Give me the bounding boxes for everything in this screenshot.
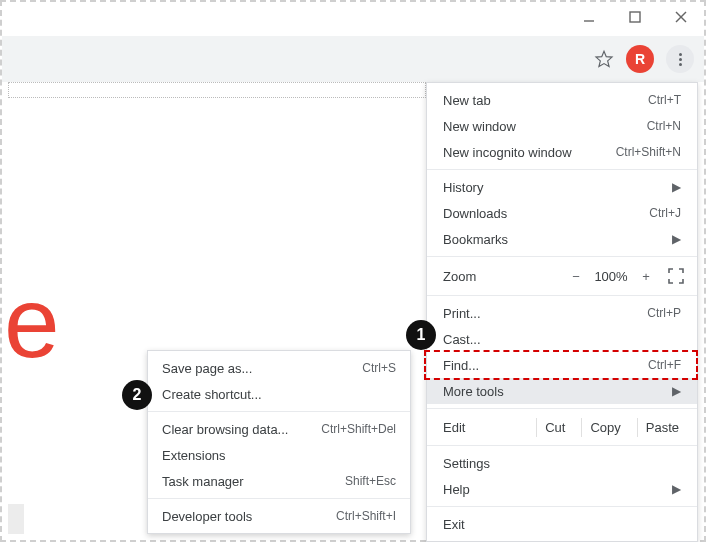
menu-item-label: New incognito window [443,145,616,160]
menu-new-incognito[interactable]: New incognito window Ctrl+Shift+N [427,139,697,165]
menu-item-label: Help [443,482,668,497]
avatar-letter: R [635,51,645,67]
menu-separator [148,498,410,499]
menu-separator [427,169,697,170]
submenu-extensions[interactable]: Extensions [148,442,410,468]
close-icon [674,10,688,24]
zoom-value: 100% [589,269,633,284]
edit-copy-button[interactable]: Copy [581,418,628,437]
kebab-dot-icon [679,53,682,56]
menu-item-shortcut: Ctrl+N [647,119,681,133]
chrome-main-menu: New tab Ctrl+T New window Ctrl+N New inc… [426,82,698,542]
submenu-arrow-icon: ▶ [672,482,681,496]
menu-bookmarks[interactable]: Bookmarks ▶ [427,226,697,252]
window-controls [580,8,690,26]
menu-item-shortcut: Shift+Esc [345,474,396,488]
browser-toolbar: R [2,36,704,82]
menu-item-shortcut: Ctrl+P [647,306,681,320]
menu-help[interactable]: Help ▶ [427,476,697,502]
submenu-clear-browsing-data[interactable]: Clear browsing data... Ctrl+Shift+Del [148,416,410,442]
menu-item-label: New window [443,119,647,134]
menu-item-label: Print... [443,306,647,321]
menu-item-shortcut: Ctrl+S [362,361,396,375]
fullscreen-button[interactable] [665,267,687,285]
menu-edit-row: Edit Cut Copy Paste [427,413,697,441]
menu-new-tab[interactable]: New tab Ctrl+T [427,87,697,113]
submenu-arrow-icon: ▶ [672,232,681,246]
annotation-badge-1: 1 [406,320,436,350]
zoom-out-button[interactable]: − [563,269,589,284]
minimize-button[interactable] [580,8,598,26]
kebab-dot-icon [679,58,682,61]
menu-item-label: Cast... [443,332,681,347]
submenu-arrow-icon: ▶ [672,180,681,194]
menu-item-label: History [443,180,668,195]
menu-settings[interactable]: Settings [427,450,697,476]
minimize-icon [582,10,596,24]
menu-item-shortcut: Ctrl+Shift+Del [321,422,396,436]
menu-item-shortcut: Ctrl+T [648,93,681,107]
profile-avatar[interactable]: R [626,45,654,73]
menu-item-label: Developer tools [162,509,336,524]
menu-exit[interactable]: Exit [427,511,697,537]
menu-item-shortcut: Ctrl+J [649,206,681,220]
menu-item-shortcut: Ctrl+F [648,358,681,372]
window-titlebar [2,2,704,36]
fullscreen-icon [668,268,684,284]
svg-rect-1 [630,12,640,22]
menu-item-label: Find... [443,358,648,373]
zoom-in-button[interactable]: + [633,269,659,284]
menu-item-label: Settings [443,456,681,471]
maximize-button[interactable] [626,8,644,26]
menu-item-shortcut: Ctrl+Shift+N [616,145,681,159]
annotation-badge-2: 2 [122,380,152,410]
logo-fragment: e [4,272,60,372]
menu-item-label: Bookmarks [443,232,668,247]
menu-item-label: New tab [443,93,648,108]
menu-item-label: Clear browsing data... [162,422,321,437]
edit-paste-button[interactable]: Paste [637,418,687,437]
menu-item-label: More tools [443,384,668,399]
menu-separator [427,295,697,296]
edit-cut-button[interactable]: Cut [536,418,573,437]
close-button[interactable] [672,8,690,26]
menu-item-label: Create shortcut... [162,387,396,402]
kebab-dot-icon [679,63,682,66]
menu-zoom-row: Zoom − 100% + [427,261,697,291]
menu-separator [148,411,410,412]
edit-label: Edit [443,420,528,435]
menu-cast[interactable]: Cast... [427,326,697,352]
menu-item-label: Task manager [162,474,345,489]
menu-separator [427,445,697,446]
menu-find[interactable]: Find... Ctrl+F [427,352,697,378]
menu-item-label: Extensions [162,448,396,463]
menu-history[interactable]: History ▶ [427,174,697,200]
menu-separator [427,256,697,257]
zoom-label: Zoom [443,269,563,284]
submenu-save-page[interactable]: Save page as... Ctrl+S [148,355,410,381]
menu-separator [427,506,697,507]
more-tools-submenu: Save page as... Ctrl+S Create shortcut..… [147,350,411,534]
menu-print[interactable]: Print... Ctrl+P [427,300,697,326]
maximize-icon [628,10,642,24]
menu-downloads[interactable]: Downloads Ctrl+J [427,200,697,226]
menu-separator [427,408,697,409]
menu-new-window[interactable]: New window Ctrl+N [427,113,697,139]
menu-item-label: Exit [443,517,681,532]
chrome-window: R e New tab Ctrl+T New window Ctrl+N New… [0,0,706,542]
tabstrip-placeholder [8,82,426,98]
overflow-menu-button[interactable] [666,45,694,73]
bookmark-star-button[interactable] [594,49,614,69]
menu-item-shortcut: Ctrl+Shift+I [336,509,396,523]
menu-item-label: Downloads [443,206,649,221]
submenu-developer-tools[interactable]: Developer tools Ctrl+Shift+I [148,503,410,529]
submenu-arrow-icon: ▶ [672,384,681,398]
menu-more-tools[interactable]: More tools ▶ [427,378,697,404]
ui-fragment [8,504,24,534]
submenu-task-manager[interactable]: Task manager Shift+Esc [148,468,410,494]
menu-item-label: Save page as... [162,361,362,376]
submenu-create-shortcut[interactable]: Create shortcut... [148,381,410,407]
star-icon [594,49,614,69]
